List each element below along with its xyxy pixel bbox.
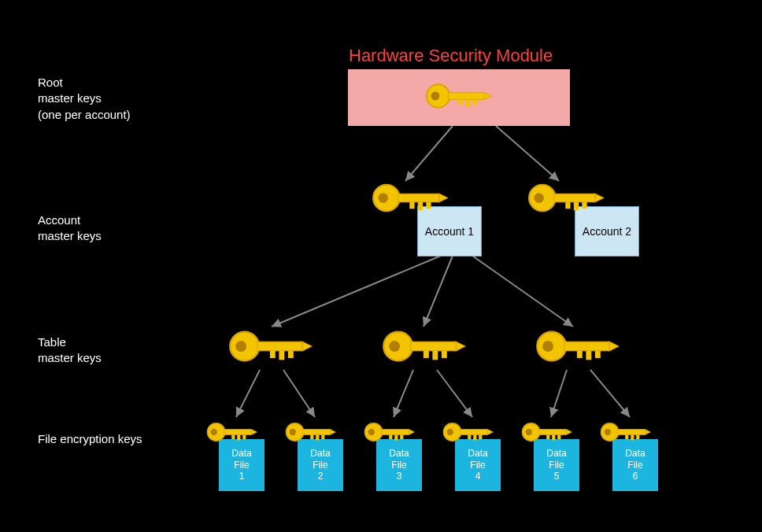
svg-line-10 (472, 256, 573, 327)
datafile-label: Data File 1 (231, 448, 251, 482)
label-root-master-keys: Root master keys (one per account) (38, 75, 131, 123)
svg-line-11 (236, 370, 260, 417)
svg-line-12 (283, 370, 315, 417)
datafile-label: Data File 3 (389, 448, 409, 482)
account-label: Account 1 (425, 225, 474, 238)
svg-line-16 (590, 370, 630, 417)
key-icon (382, 323, 472, 370)
datafile-label: Data File 5 (546, 448, 566, 482)
key-icon (206, 417, 261, 447)
svg-line-8 (272, 256, 441, 327)
svg-line-14 (437, 370, 472, 417)
svg-line-7 (496, 126, 559, 181)
key-icon (372, 176, 454, 220)
datafile-label: Data File 2 (310, 448, 330, 482)
hsm-title: Hardware Security Module (349, 46, 553, 66)
svg-line-6 (405, 126, 453, 181)
key-icon (285, 417, 340, 447)
key-icon (442, 417, 498, 447)
key-icon (600, 417, 655, 447)
label-file-encryption-keys: File encryption keys (38, 431, 142, 447)
key-icon (228, 323, 319, 370)
datafile-label: Data File 4 (468, 448, 487, 482)
account-label: Account 2 (583, 225, 631, 238)
key-icon (364, 417, 419, 447)
label-account-master-keys: Account master keys (38, 212, 102, 245)
key-icon (425, 72, 498, 120)
label-table-master-keys: Table master keys (38, 334, 102, 367)
datafile-label: Data File 6 (625, 448, 645, 482)
key-icon (521, 417, 576, 447)
key-icon (527, 176, 610, 220)
svg-line-9 (424, 256, 453, 327)
key-icon (535, 323, 626, 370)
svg-line-13 (394, 370, 413, 417)
svg-line-15 (551, 370, 567, 417)
